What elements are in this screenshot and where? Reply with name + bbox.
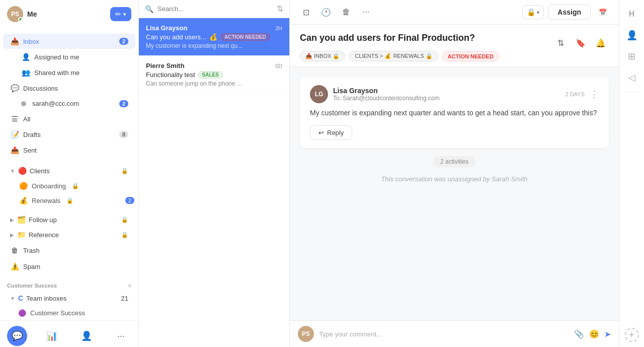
drafts-label: Drafts [23, 131, 115, 138]
inbox-badge: 2 [119, 38, 128, 45]
sidebar-item-customer-success[interactable]: 🟣 Customer Success [0, 306, 138, 320]
sort-icon[interactable]: ⇅ [277, 4, 283, 14]
msg-meta: Lisa Grayson To: Sarah@cloudcontentconsu… [333, 87, 560, 102]
clients-children: 🟠 Onboarding 🔒 💰 Renewals 🔒 2 [0, 178, 138, 208]
plus-icon: + [629, 330, 634, 340]
all-icon: ☰ [10, 115, 19, 123]
sidebar-item-spam[interactable]: ⚠️ Spam [3, 259, 135, 274]
bookmark-button[interactable]: 🔖 [573, 35, 589, 51]
bell-button[interactable]: 🔔 [593, 35, 609, 51]
online-badge [18, 17, 23, 22]
contacts-button[interactable]: 👤 [76, 326, 97, 346]
sidebar-item-renewals[interactable]: 💰 Renewals 🔒 2 [15, 193, 138, 207]
reply-label: Reply [327, 129, 344, 136]
spam-label: Spam [23, 263, 128, 270]
trash-label: Trash [23, 247, 128, 254]
more-button[interactable]: ··· [111, 326, 131, 346]
action-conv-tag[interactable]: ACTION NEEDED [442, 51, 499, 61]
lock-button[interactable]: 🔒 ▾ [522, 5, 544, 19]
sidebar-item-discussions[interactable]: 💬 Discussions [3, 81, 135, 96]
activities-badge: 2 activities [433, 156, 475, 167]
clock-button[interactable]: 🕐 [318, 4, 334, 20]
reference-lock-icon: 🔒 [121, 232, 128, 238]
more-msg-icon[interactable]: ⋮ [590, 89, 599, 100]
send-icon[interactable]: ➤ [604, 329, 611, 339]
more-toolbar-icon: ··· [363, 8, 369, 17]
section-menu-icon[interactable]: ≡ [128, 283, 131, 289]
customer-success-icon: 🟣 [18, 309, 26, 317]
me-label: Me [27, 10, 37, 18]
search-input[interactable] [157, 5, 273, 13]
action-needed-tag-lisa: ACTION NEEDED [220, 33, 270, 41]
assigned-label: Assigned to me [34, 53, 128, 61]
chart-button[interactable]: 📊 [42, 326, 62, 346]
message-item-pierre[interactable]: Pierre Smith 5D Functionality test SALES… [139, 56, 289, 94]
add-button[interactable]: + [625, 328, 639, 342]
msg-sender-lisa: Lisa Grayson [146, 24, 187, 32]
delete-button[interactable]: 🗑 [338, 4, 354, 20]
followup-icon: 🗂️ [17, 216, 26, 224]
sidebar-item-all[interactable]: ☰ All [3, 111, 135, 126]
assign-button[interactable]: Assign [548, 5, 591, 20]
calendar-button[interactable]: 📅 [595, 4, 611, 20]
right-h-button[interactable]: H [623, 5, 641, 23]
team-label: Team inboxes [26, 295, 118, 302]
inbox-conv-tag[interactable]: 📥 INBOX 🔒 [300, 51, 345, 61]
customer-success-label: Customer Success ≡ [0, 279, 138, 291]
sidebar-item-drafts[interactable]: 📝 Drafts 8 [3, 127, 135, 142]
sidebar-item-followup[interactable]: ▶ 🗂️ Follow up 🔒 [3, 213, 135, 227]
sidebar-item-reference[interactable]: ▶ 📁 Reference 🔒 [3, 228, 135, 242]
sidebar-item-sent[interactable]: 📤 Sent [3, 143, 135, 158]
attachment-icon[interactable]: 📎 [574, 329, 584, 339]
user-info: PS Me [7, 6, 37, 22]
compose-button[interactable]: ✏ ▾ [110, 7, 131, 21]
chevron-followup-icon: ▶ [10, 217, 14, 223]
right-grid-button[interactable]: ⊞ [623, 47, 641, 65]
sidebar-item-assigned[interactable]: 👤 Assigned to me [3, 49, 135, 64]
calendar-icon: 📅 [599, 9, 607, 16]
followup-lock-icon: 🔒 [121, 217, 128, 223]
sidebar-header: PS Me ✏ ▾ [0, 0, 138, 28]
sidebar-item-inbox[interactable]: 📥 Inbox 2 [3, 34, 135, 49]
msg-subject-row-pierre: Functionality test SALES [146, 71, 282, 79]
up-down-button[interactable]: ⇅ [552, 35, 569, 51]
sidebar-item-trash[interactable]: 🗑 Trash [3, 243, 135, 258]
comment-input[interactable] [319, 330, 569, 338]
message-list-header: 🔍 ⇅ [139, 0, 289, 18]
chat-button[interactable]: 💬 [7, 326, 27, 346]
clients-conv-tag[interactable]: CLIENTS > 💰 RENEWALS 🔒 [349, 51, 438, 61]
sidebar-item-clients[interactable]: ▼ 🔴 Clients 🔒 [3, 164, 135, 178]
search-icon: 🔍 [145, 5, 153, 13]
message-item-header: Lisa Grayson 2H [146, 24, 282, 32]
message-card: LG Lisa Grayson To: Sarah@cloudcontentco… [300, 77, 609, 148]
reference-icon: 📁 [17, 231, 26, 239]
sent-icon: 📤 [10, 146, 19, 154]
message-item-header-pierre: Pierre Smith 5D [146, 62, 282, 70]
emoji-picker-icon[interactable]: 😊 [589, 329, 599, 339]
msg-card-time: 2 DAYS [566, 91, 585, 97]
sidebar-item-onboarding[interactable]: 🟠 Onboarding 🔒 [15, 179, 138, 193]
msg-preview-lisa: My customer is expanding next qu... [146, 42, 282, 49]
person-right-icon: 👤 [626, 30, 637, 41]
commenter-avatar: PS [298, 326, 314, 342]
comment-bar: PS 📎 😊 ➤ [290, 320, 619, 347]
inbox-label: Inbox [23, 38, 115, 45]
sidebar-item-team-inboxes[interactable]: ▼ C Team inboxes 21 [3, 291, 135, 305]
message-item-lisa[interactable]: Lisa Grayson 2H Can you add users... 💰 A… [139, 18, 289, 56]
customer-success-sub-label: Customer Success [30, 309, 85, 317]
lock-icon: 🔒 [121, 168, 128, 174]
sidebar-item-sarah[interactable]: sarah@ccc.com 2 [3, 96, 135, 111]
right-person-button[interactable]: 👤 [623, 26, 641, 44]
sarah-label: sarah@ccc.com [32, 100, 115, 107]
clients-icon: 🔴 [18, 167, 27, 175]
pencil-icon: ✏ [115, 10, 121, 18]
archive-button[interactable]: ⊡ [298, 4, 314, 20]
sidebar-item-shared[interactable]: 👥 Shared with me [3, 65, 135, 80]
up-down-icon: ⇅ [557, 38, 564, 48]
left-sidebar: PS Me ✏ ▾ 📥 Inbox 2 👤 Assigned to me 👥 S… [0, 0, 139, 347]
more-toolbar-button[interactable]: ··· [358, 4, 374, 20]
right-nav-button[interactable]: ◁ [623, 68, 641, 87]
discussions-icon: 💬 [10, 84, 19, 92]
reply-button[interactable]: ↩ Reply [310, 125, 352, 140]
renewals-icon: 💰 [19, 196, 28, 204]
